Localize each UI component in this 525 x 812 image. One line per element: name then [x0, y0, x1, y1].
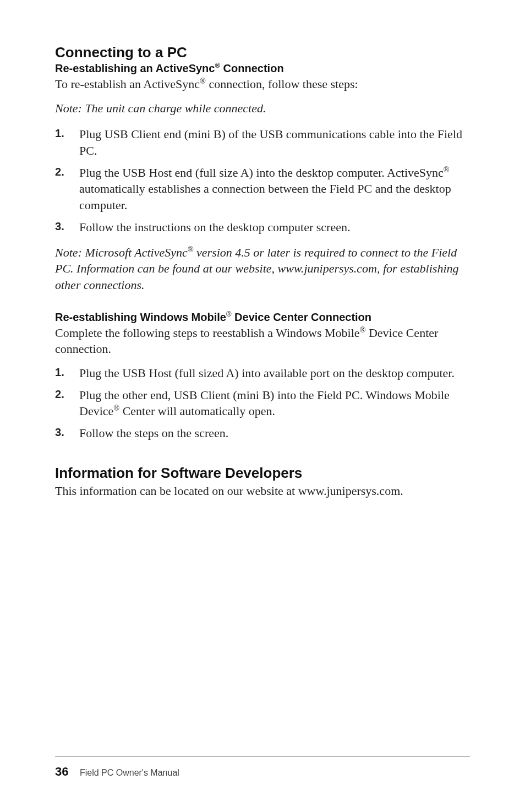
- manual-title: Field PC Owner's Manual: [80, 768, 179, 777]
- list-item: Plug USB Client end (mini B) of the USB …: [55, 126, 470, 159]
- list-item: Plug the other end, USB Client (mini B) …: [55, 387, 470, 419]
- subheading-text-post: Device Center Connection: [232, 311, 372, 323]
- step-text-pre: Plug the USB Host end (full size A) into…: [79, 166, 444, 179]
- reg-mark: ®: [360, 325, 366, 334]
- step-text-post: automatically establishes a connection b…: [79, 182, 451, 212]
- reg-mark: ®: [444, 165, 450, 173]
- list-item: Follow the steps on the screen.: [55, 425, 470, 442]
- steps-windows-mobile: Plug the USB Host (full sized A) into av…: [55, 365, 470, 442]
- subheading-text-pre: Re-establishing Windows Mobile: [55, 311, 226, 323]
- heading-software-developers: Information for Software Developers: [55, 465, 470, 482]
- step-text-post: Center will automatically open.: [119, 404, 275, 418]
- reg-mark: ®: [200, 77, 206, 85]
- reg-mark: ®: [226, 311, 232, 323]
- list-item: Plug the USB Host end (full size A) into…: [55, 165, 470, 214]
- intro-activesync: To re-establish an ActiveSync® connectio…: [55, 76, 470, 92]
- intro-windows-mobile: Complete the following steps to reestabl…: [55, 325, 470, 357]
- reg-mark: ®: [113, 404, 119, 412]
- intro-text-pre: To re-establish an ActiveSync: [55, 77, 200, 91]
- page-container: Connecting to a PC Re-establishing an Ac…: [0, 0, 525, 812]
- note-charge-while-connected: Note: The unit can charge while connecte…: [55, 100, 470, 117]
- subheading-windows-mobile: Re-establishing Windows Mobile® Device C…: [55, 311, 470, 324]
- intro-text-pre: Complete the following steps to reestabl…: [55, 326, 360, 340]
- list-item: Follow the instructions on the desktop c…: [55, 219, 470, 236]
- subheading-text-post: Connection: [220, 62, 284, 74]
- reg-mark: ®: [188, 244, 194, 253]
- reg-sup: ®: [226, 310, 232, 318]
- page-footer: 36 Field PC Owner's Manual: [55, 756, 470, 779]
- list-item: Plug the USB Host (full sized A) into av…: [55, 365, 470, 382]
- note-text-pre: Note: Microsoft ActiveSync: [55, 246, 188, 259]
- intro-text-post: connection, follow these steps:: [206, 77, 358, 91]
- subheading-text-pre: Re-establishing an ActiveSync: [55, 62, 215, 74]
- subheading-activesync: Re-establishing an ActiveSync® Connectio…: [55, 62, 470, 75]
- body-software-developers: This information can be located on our w…: [55, 483, 470, 499]
- heading-connecting-to-pc: Connecting to a PC: [55, 44, 470, 61]
- note-activesync-version: Note: Microsoft ActiveSync® version 4.5 …: [55, 244, 470, 293]
- reg-mark: ®: [215, 61, 220, 69]
- steps-activesync: Plug USB Client end (mini B) of the USB …: [55, 126, 470, 235]
- page-number: 36: [55, 765, 68, 778]
